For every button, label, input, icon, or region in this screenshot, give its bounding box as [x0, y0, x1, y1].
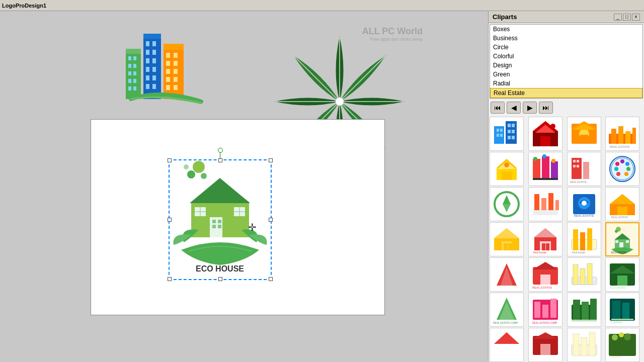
category-design[interactable]: Design — [490, 61, 642, 70]
sidebar-header-controls: _ □ × — [614, 14, 640, 21]
sidebar: Cliparts _ □ × Boxes Business Circle Col… — [488, 11, 644, 362]
category-boxes[interactable]: Boxes — [490, 25, 642, 34]
svg-point-117 — [620, 159, 624, 163]
svg-rect-68 — [497, 129, 499, 132]
sidebar-close-btn[interactable]: × — [632, 14, 640, 21]
svg-rect-103 — [533, 178, 558, 180]
svg-rect-73 — [508, 124, 511, 127]
svg-rect-187 — [573, 300, 580, 320]
svg-marker-197 — [494, 332, 519, 344]
svg-rect-112 — [577, 165, 579, 167]
svg-rect-3 — [133, 56, 136, 60]
eco-house-element[interactable]: ECO HOUSE — [169, 157, 272, 274]
svg-text:COMPANY: COMPANY — [609, 355, 622, 358]
clipart-3[interactable] — [567, 117, 601, 151]
clipart-18[interactable]: REAL ESTATE — [528, 257, 562, 292]
category-radial[interactable]: Radial — [490, 79, 642, 88]
clipart-24[interactable]: COMPANY — [605, 293, 639, 327]
sidebar-expand-btn[interactable]: □ — [623, 14, 631, 21]
svg-rect-58 — [218, 225, 221, 228]
svg-marker-59 — [190, 178, 250, 203]
svg-point-48 — [187, 170, 195, 178]
nav-last-btn[interactable]: ⏭ — [539, 102, 553, 114]
clipart-22[interactable]: REAL ESTATE COMP — [528, 293, 562, 327]
svg-text:ECO HOUSE: ECO HOUSE — [196, 264, 244, 273]
svg-rect-100 — [533, 159, 540, 179]
clipart-6[interactable] — [528, 152, 562, 186]
clipart-19[interactable] — [567, 257, 601, 292]
svg-rect-78 — [512, 136, 515, 139]
svg-point-116 — [615, 162, 619, 166]
svg-rect-5 — [133, 64, 136, 68]
clipart-17[interactable] — [490, 257, 524, 292]
clipart-9[interactable] — [490, 187, 524, 221]
svg-rect-8 — [128, 79, 131, 83]
clipart-12[interactable]: REAL ESTATE — [605, 187, 639, 221]
svg-rect-70 — [497, 134, 499, 137]
svg-rect-33 — [174, 69, 178, 74]
svg-point-119 — [626, 167, 630, 171]
svg-marker-140 — [494, 228, 519, 238]
nav-first-btn[interactable]: ⏮ — [491, 102, 505, 114]
svg-point-206 — [612, 334, 618, 340]
clipart-26[interactable] — [528, 328, 562, 362]
clipart-15[interactable]: Real Estate — [567, 222, 601, 256]
clipart-16-eco-house[interactable]: ECO HOUSE — [605, 222, 639, 256]
svg-rect-1 — [126, 49, 141, 54]
clipart-8[interactable] — [605, 152, 639, 186]
svg-rect-170 — [573, 264, 578, 285]
category-colorful[interactable]: Colorful — [490, 52, 642, 61]
svg-rect-147 — [542, 243, 545, 250]
clipart-23[interactable] — [567, 293, 601, 327]
sidebar-title: Cliparts — [493, 13, 517, 21]
clipart-1[interactable] — [490, 117, 524, 151]
svg-rect-130 — [555, 200, 559, 210]
svg-rect-56 — [218, 220, 221, 223]
category-business[interactable]: Business — [490, 34, 642, 43]
svg-rect-184 — [550, 299, 556, 318]
nav-prev-btn[interactable]: ◀ — [507, 102, 521, 114]
nav-next-btn[interactable]: ▶ — [523, 102, 537, 114]
svg-rect-90 — [611, 129, 616, 144]
clipart-14[interactable]: Real Estate — [528, 222, 562, 256]
svg-point-105 — [542, 154, 546, 158]
svg-rect-10 — [128, 86, 131, 90]
clipart-5[interactable] — [490, 152, 524, 186]
svg-rect-160 — [615, 240, 618, 243]
svg-rect-128 — [541, 198, 546, 210]
clipart-13[interactable] — [490, 222, 524, 256]
svg-marker-125 — [503, 204, 511, 212]
clipart-11[interactable]: REAL ESTATE — [567, 187, 601, 221]
category-circle[interactable]: Circle — [490, 43, 642, 52]
clipart-25[interactable] — [490, 328, 524, 362]
svg-rect-29 — [174, 53, 178, 58]
buildings-logo[interactable] — [121, 29, 221, 116]
svg-marker-157 — [615, 233, 630, 239]
title-bar: LogoProDesign1 — [0, 0, 644, 11]
clipart-21[interactable]: REAL ESTATE COMP — [490, 293, 524, 327]
svg-marker-199 — [533, 332, 558, 339]
svg-marker-124 — [503, 195, 511, 204]
clipart-20[interactable]: ECO HOUSE — [605, 257, 639, 292]
clipart-2[interactable] — [528, 117, 562, 151]
svg-rect-74 — [512, 124, 515, 127]
svg-rect-101 — [542, 156, 549, 179]
sidebar-minimize-btn[interactable]: _ — [614, 14, 622, 21]
svg-rect-151 — [573, 229, 578, 250]
category-green[interactable]: Green — [490, 70, 642, 79]
svg-line-39 — [340, 56, 385, 102]
clipart-28[interactable]: COMPANY — [605, 328, 639, 362]
svg-rect-35 — [174, 77, 178, 82]
clipart-4[interactable]: REAL ESTATE — [605, 117, 639, 151]
clipart-10[interactable] — [528, 187, 562, 221]
svg-rect-167 — [540, 275, 550, 285]
svg-rect-6 — [128, 71, 131, 75]
svg-rect-69 — [500, 129, 503, 132]
clipart-7[interactable]: REAL ESTATE — [567, 152, 601, 186]
clipart-27[interactable] — [567, 328, 601, 362]
svg-point-47 — [193, 161, 205, 173]
svg-text:REAL ESTATE: REAL ESTATE — [574, 214, 594, 217]
svg-text:COMPANY: COMPANY — [610, 321, 623, 324]
svg-rect-137 — [617, 207, 627, 215]
category-real-estate[interactable]: Real Estate — [490, 88, 642, 98]
